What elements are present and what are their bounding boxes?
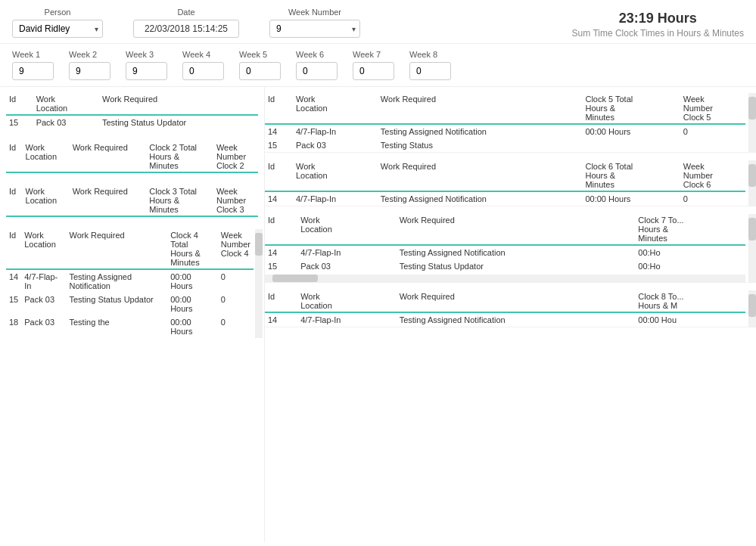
cell-id: 14 [265,191,293,206]
week-label: Week 6 [296,50,324,59]
cell-location: 4/7-Flap-In [293,124,378,138]
rt3-col-id: Id [265,214,297,245]
lt3-col-work: Work Required [70,185,147,216]
week-select-wrapper[interactable]: 9 [12,62,54,80]
week-select-wrapper[interactable]: 0 [353,62,394,80]
table-row: 15 Pack 03 Testing Status [265,138,745,152]
rt3-vscrollbar[interactable] [748,214,756,282]
rt2-scroll[interactable]: Id WorkLocation Work Required Clock 6 To… [265,160,745,206]
rt4-vthumb[interactable] [748,294,756,317]
cell-hours: 00:00 Hou [635,312,745,327]
week-number-field-group: Week Number 9 [269,8,360,38]
rt4-col-work: Work Required [397,290,636,312]
main-content: Id WorkLocation Work Required 15 Pack 03… [0,87,756,542]
cell-id: 14 [6,269,21,293]
week-select[interactable]: 9 [12,62,54,80]
rt4-col-id: Id [265,290,297,312]
lt3-col-id: Id [6,185,23,216]
left-panel: Id WorkLocation Work Required 15 Pack 03… [0,87,265,542]
rt4-vscrollbar[interactable] [748,290,756,327]
rt3-hscrollbar[interactable] [265,275,745,282]
cell-id: 15 [265,259,297,273]
rt1-scroll[interactable]: Id WorkLocation Work Required Clock 5 To… [265,93,745,152]
cell-hours: 00:00 Hours [167,269,218,293]
cell-location: 4/7-Flap-In [21,269,66,293]
cell-hours: 00:00 Hours [167,315,218,338]
left-table-3: Id WorkLocation Work Required Clock 3 To… [0,185,264,217]
person-select-wrapper[interactable]: David Ridley [12,20,103,38]
week-select[interactable]: 9 [126,62,167,80]
cell-location: Pack 03 [21,315,66,338]
cell-hours: 00:00 Hours [167,293,218,315]
hours-title: 23:19 Hours [572,11,744,26]
cell-id: 18 [6,315,21,338]
rt2-col-work: Work Required [378,160,583,191]
cell-week: 0 [680,124,745,138]
cell-week: 0 [218,293,254,315]
week-label: Week 5 [239,50,267,59]
week-number-label: Week Number [269,8,360,17]
week-number-select[interactable]: 9 [269,20,360,38]
rt4-col-hours: Clock 8 To...Hours & M [635,290,745,312]
week-label: Week 1 [12,50,40,59]
week-item-week-8: Week 80 [409,50,451,80]
rt4-col-location: WorkLocation [297,290,396,312]
hours-subtitle: Sum Time Clock Times in Hours & Minutes [572,28,744,39]
week-item-week-7: Week 70 [353,50,394,80]
cell-work: Testing Assigned Notification [378,124,583,138]
week-row: Week 19Week 29Week 39Week 40Week 50Week … [0,44,756,87]
week-number-select-wrapper[interactable]: 9 [269,20,360,38]
cell-id: 15 [265,138,293,152]
rt1-vthumb[interactable] [748,97,756,119]
left-t4-scrollbar[interactable] [255,229,263,338]
rt1-vscrollbar[interactable] [748,93,756,152]
week-label: Week 2 [69,50,97,59]
table-row: 14 4/7-Flap-In Testing Assigned Notifica… [6,269,254,293]
week-label: Week 3 [126,50,154,59]
week-select[interactable]: 0 [353,62,394,80]
lt2-col-id: Id [6,141,23,172]
lt1-col-location: WorkLocation [33,93,99,115]
week-select-wrapper[interactable]: 9 [126,62,167,80]
left-table-2: Id WorkLocation Work Required Clock 2 To… [0,141,264,173]
week-select[interactable]: 0 [409,62,451,80]
rt3-vthumb[interactable] [748,218,756,240]
week-select[interactable]: 0 [239,62,281,80]
cell-work: Testing Status Updator [397,259,636,273]
week-select-wrapper[interactable]: 9 [69,62,110,80]
rt2-col-hours: Clock 6 TotalHours &Minutes [582,160,680,191]
rt2-vscrollbar[interactable] [748,160,756,206]
table-row: 14 4/7-Flap-In Testing Assigned Notifica… [265,124,745,138]
lt1-cell-location: Pack 03 [33,115,99,129]
week-select[interactable]: 0 [296,62,338,80]
week-select[interactable]: 9 [69,62,110,80]
week-label: Week 7 [353,50,381,59]
week-select-wrapper[interactable]: 0 [239,62,281,80]
person-select[interactable]: David Ridley [12,20,103,38]
cell-id: 14 [265,124,293,138]
right-table-3: Id WorkLocation Work Required Clock 7 To… [265,214,756,283]
left-t4-scroll-thumb[interactable] [255,233,263,256]
cell-work: Testing Assigned Notification [397,245,636,259]
rt3-hthumb[interactable] [272,275,318,282]
cell-id: 14 [265,245,297,259]
rt1-col-id: Id [265,93,293,124]
lt1-cell-id: 15 [6,115,33,129]
lt4-col-location: WorkLocation [21,229,66,269]
left-table-1: Id WorkLocation Work Required 15 Pack 03… [0,93,264,129]
rt2-vthumb[interactable] [748,164,756,187]
week-select-wrapper[interactable]: 0 [296,62,338,80]
person-field-group: Person David Ridley [12,8,103,38]
rt1-col-hours: Clock 5 TotalHours &Minutes [582,93,680,124]
table-row: 15 Pack 03 Testing Status Updator [6,115,258,129]
right-panel: Id WorkLocation Work Required Clock 5 To… [265,87,756,542]
rt3-scroll[interactable]: Id WorkLocation Work Required Clock 7 To… [265,214,745,273]
week-item-week-4: Week 40 [182,50,224,80]
rt4-scroll[interactable]: Id WorkLocation Work Required Clock 8 To… [265,290,745,327]
rt1-col-week: WeekNumberClock 5 [680,93,745,124]
week-select-wrapper[interactable]: 0 [182,62,224,80]
week-select-wrapper[interactable]: 0 [409,62,451,80]
rt3-col-location: WorkLocation [297,214,396,245]
week-select[interactable]: 0 [182,62,224,80]
left-table-4: Id WorkLocation Work Required Clock 4 To… [0,229,264,338]
